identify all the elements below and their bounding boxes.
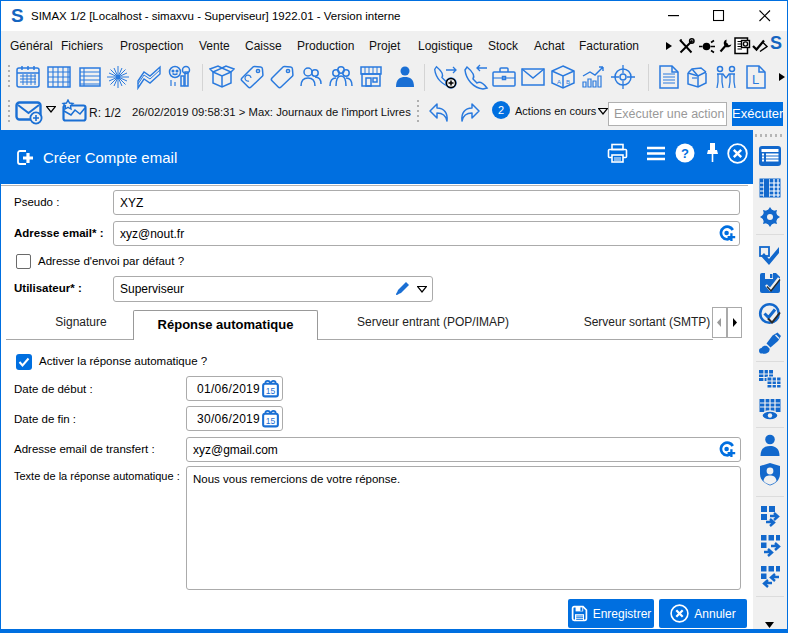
svg-text:B: B — [566, 79, 570, 85]
svg-text:A: A — [557, 79, 561, 85]
svg-text:?: ? — [681, 146, 689, 161]
svg-text:15: 15 — [266, 386, 276, 396]
svg-text:L: L — [752, 72, 759, 87]
svg-text:15: 15 — [266, 416, 276, 426]
